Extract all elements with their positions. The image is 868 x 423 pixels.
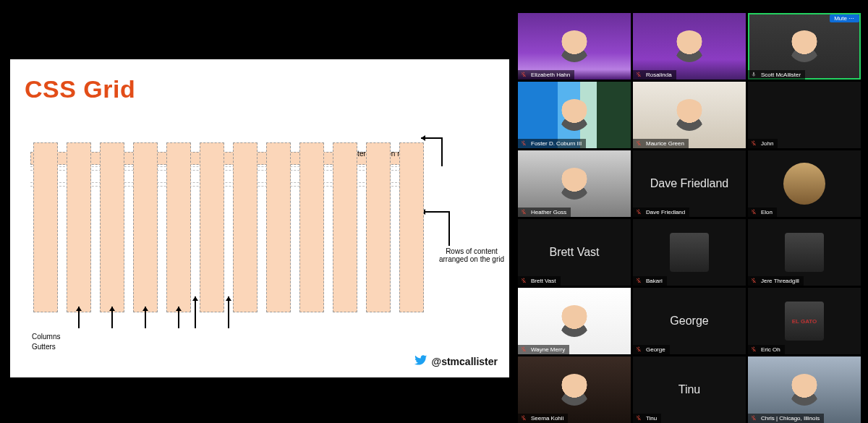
- mic-muted-icon: [521, 140, 527, 146]
- participant-tile[interactable]: EL GATOEric Oh: [748, 288, 861, 354]
- label-gutters: Gutters: [32, 343, 56, 351]
- participant-avatar: [785, 233, 824, 272]
- participant-tile[interactable]: Jere Threadgill: [748, 219, 861, 286]
- participant-video: [788, 30, 820, 62]
- more-icon[interactable]: ⋯: [848, 15, 855, 22]
- participant-tile[interactable]: Elon: [748, 150, 861, 217]
- participant-tile[interactable]: Dave FriedlandDave Friedland: [633, 150, 746, 217]
- arrow-icon: [441, 137, 443, 166]
- participant-name-chip: Chris | Chicago, Illinois: [748, 414, 824, 423]
- arrow-up-icon: [78, 307, 80, 328]
- css-grid-column: [366, 142, 391, 312]
- arrow-up-icon: [228, 296, 229, 328]
- participant-display-name: Dave Friedland: [647, 177, 732, 190]
- arrow-icon: [421, 211, 450, 213]
- mic-muted-icon: [521, 278, 527, 283]
- arrow-up-icon: [195, 296, 196, 328]
- css-grid-column: [233, 142, 258, 312]
- css-grid-column: [133, 142, 158, 312]
- participant-tile[interactable]: Rosalinda: [633, 13, 746, 80]
- participant-video: [788, 374, 820, 406]
- participant-avatar: [670, 233, 709, 272]
- twitter-handle: @stmcallister: [414, 354, 498, 369]
- mic-muted-icon: [636, 415, 642, 421]
- mic-muted-icon: [521, 72, 527, 77]
- css-grid-column: [100, 142, 124, 312]
- mic-muted-icon: [636, 72, 642, 77]
- mic-icon: [751, 72, 757, 77]
- mic-muted-icon: [521, 346, 527, 352]
- mic-muted-icon: [636, 209, 642, 215]
- twitter-icon: [414, 354, 427, 369]
- mic-muted-icon: [521, 209, 527, 215]
- participant-tile[interactable]: TinuTinu: [633, 356, 746, 423]
- mute-button[interactable]: Mute⋯: [830, 14, 859, 22]
- participant-video: [558, 374, 590, 406]
- participant-tile[interactable]: Seema Kohli: [518, 356, 631, 423]
- participant-video: [558, 168, 590, 200]
- css-grid-column: [33, 142, 58, 312]
- participant-video: [558, 99, 590, 131]
- mic-muted-icon: [636, 278, 642, 283]
- participant-tile[interactable]: Elizabeth Hahn: [518, 13, 631, 80]
- participant-video: [673, 30, 705, 62]
- css-grid-column: [299, 142, 324, 312]
- participant-video: [558, 305, 590, 337]
- css-grid-column: [67, 142, 91, 312]
- participant-tile[interactable]: Chris | Chicago, Illinois: [748, 356, 861, 423]
- twitter-handle-text: @stmcallister: [432, 356, 498, 367]
- label-rows-of-content: Rows of content arranged on the grid: [435, 247, 508, 263]
- participant-tile[interactable]: John: [748, 82, 861, 148]
- participant-tile[interactable]: Brett VastBrett Vast: [518, 219, 631, 286]
- participant-display-name: Tinu: [676, 383, 704, 396]
- arrow-up-icon: [111, 307, 113, 328]
- arrow-up-icon: [145, 307, 146, 328]
- participant-tile[interactable]: Wayne Merry: [518, 288, 631, 354]
- avatar-caption: EL GATO: [792, 318, 817, 325]
- participant-tile[interactable]: GeorgeGeorge: [633, 288, 746, 354]
- mic-muted-icon: [751, 415, 757, 421]
- participant-tile[interactable]: Maurice Green: [633, 82, 746, 148]
- participant-tile[interactable]: Heather Goss: [518, 150, 631, 217]
- presentation-slide: CSS Grid Gutter between rows Rows of con…: [10, 59, 509, 377]
- participant-video: [558, 30, 590, 62]
- css-grid-column: [166, 142, 191, 312]
- label-columns: Columns: [32, 333, 60, 341]
- mic-muted-icon: [521, 415, 527, 421]
- mic-muted-icon: [751, 140, 757, 146]
- participant-display-name: Brett Vast: [546, 246, 602, 259]
- slide-title: CSS Grid: [25, 75, 135, 103]
- participant-avatar: EL GATO: [785, 302, 824, 341]
- css-grid-column: [200, 142, 224, 312]
- mic-muted-icon: [751, 209, 757, 215]
- mute-button-label: Mute: [834, 15, 847, 22]
- mic-muted-icon: [751, 346, 757, 352]
- participant-tile[interactable]: Foster D. Coburn III: [518, 82, 631, 148]
- arrow-icon: [421, 137, 443, 139]
- mic-muted-icon: [751, 278, 757, 283]
- css-grid-column: [266, 142, 291, 312]
- arrow-up-icon: [178, 307, 179, 328]
- arrow-icon: [448, 211, 450, 246]
- css-grid-column: [333, 142, 357, 312]
- mic-muted-icon: [636, 346, 642, 352]
- css-grid-column: [399, 142, 424, 312]
- participant-display-name: George: [667, 315, 711, 328]
- participant-tile[interactable]: Bakari: [633, 219, 746, 286]
- participant-video: [673, 99, 705, 131]
- mic-muted-icon: [636, 140, 642, 146]
- participant-tile[interactable]: Scott McAllisterMute⋯: [748, 13, 861, 80]
- participant-name-chip: Foster D. Coburn III: [518, 139, 586, 148]
- participant-avatar: [783, 163, 825, 205]
- participant-gallery: Elizabeth HahnRosalindaScott McAllisterM…: [518, 13, 862, 423]
- css-grid-diagram: Gutter between rows Rows of content arra…: [30, 124, 435, 312]
